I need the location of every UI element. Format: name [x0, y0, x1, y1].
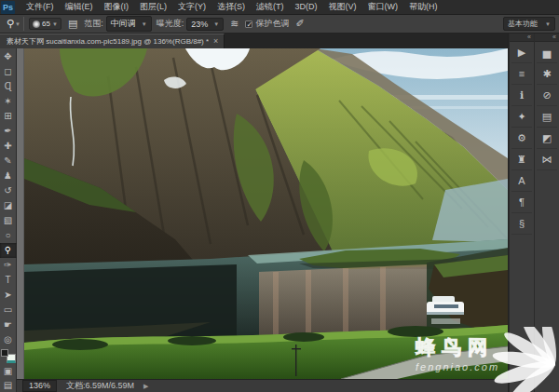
tool-options-bar: ⚲ ▼ 65 ▼ ▤ 范围: 中间调 ▼ 曝光度: 23% ▼ ≋ ✓ 保护色调 — [0, 15, 559, 34]
tool-zoom[interactable]: ◎ — [0, 332, 17, 347]
menu-文件[interactable]: 文件(F) — [20, 0, 60, 14]
menu-3D[interactable]: 3D(D) — [290, 0, 323, 14]
menu-滤镜[interactable]: 滤镜(T) — [251, 0, 290, 14]
dock-expand-button[interactable]: « — [535, 34, 559, 42]
close-icon[interactable]: × — [213, 37, 218, 46]
protect-tones-option[interactable]: ✓ 保护色调 — [245, 18, 289, 30]
airbrush-toggle-button[interactable]: ≋ — [228, 18, 240, 30]
tool-preset-picker[interactable]: ⚲ ▼ — [4, 17, 24, 31]
chevron-down-icon: ▼ — [15, 21, 20, 27]
tool-type[interactable]: T — [0, 273, 17, 288]
status-menu-arrow-icon[interactable]: ▶ — [143, 383, 148, 390]
panel-icon-actions[interactable]: ▶ — [511, 42, 532, 63]
panel-icon-paragraph[interactable]: ¶ — [511, 192, 532, 213]
photoshop-logo: Ps — [1, 1, 15, 14]
tool-healing-brush[interactable]: ✚ — [0, 139, 17, 154]
tool-move[interactable]: ✥ — [0, 49, 17, 64]
range-value: 中间调 — [111, 18, 136, 30]
tool-lasso[interactable]: Ɋ — [0, 79, 17, 94]
chevron-down-icon: ▼ — [545, 21, 551, 27]
dodge-tool-icon: ⚲ — [7, 18, 14, 30]
panel-icon-paragraph-styles[interactable]: § — [511, 213, 532, 235]
menu-图层[interactable]: 图层(L) — [134, 0, 172, 14]
chevron-down-icon: ▼ — [142, 21, 147, 27]
tool-eyedropper[interactable]: ✒ — [0, 124, 17, 139]
quick-mask-button[interactable]: ▣ — [0, 365, 17, 379]
menu-帮助[interactable]: 帮助(H) — [403, 0, 443, 14]
menu-选择[interactable]: 选择(S) — [211, 0, 251, 14]
document-tab-bar: 素材天下网 sucaitianxia.com-pic5189.jpg @ 136… — [0, 34, 508, 48]
document-canvas[interactable] — [24, 48, 508, 379]
tool-gradient[interactable]: ▧ — [0, 213, 17, 228]
tool-brush[interactable]: ✎ — [0, 154, 17, 169]
panel-icon-navigator[interactable]: ✱ — [537, 63, 557, 85]
workspace-value: 基本功能 — [508, 19, 538, 29]
menu-编辑[interactable]: 编辑(E) — [60, 0, 99, 14]
dock-column-2: « ▅✱⊘▤◩⋈ — [534, 34, 559, 392]
toggle-brush-panel-button[interactable]: ▤ — [66, 18, 79, 30]
panel-icon-character[interactable]: A — [511, 170, 532, 192]
protect-tones-checkbox[interactable]: ✓ — [245, 20, 252, 28]
color-swatches[interactable] — [1, 349, 16, 363]
tool-eraser[interactable]: ◪ — [0, 198, 17, 213]
menu-items: 文件(F)编辑(E)图像(I)图层(L)文字(Y)选择(S)滤镜(T)3D(D)… — [20, 0, 443, 14]
brush-preview-icon — [33, 20, 40, 28]
panel-icon-brush-settings[interactable]: ⚙ — [511, 128, 532, 149]
exposure-value: 23% — [191, 20, 208, 29]
chevron-down-icon: ▼ — [213, 21, 219, 27]
range-select[interactable]: 中间调 ▼ — [106, 16, 152, 32]
panel-icon-layers[interactable]: ▤ — [537, 106, 557, 128]
menu-文字[interactable]: 文字(Y) — [172, 0, 211, 14]
brush-preset-picker[interactable]: 65 ▼ — [29, 18, 61, 30]
range-label: 范围: — [84, 18, 103, 30]
document-size-info: 文档:6.59M/6.59M — [66, 380, 134, 392]
tool-dodge[interactable]: ⚲ — [0, 243, 17, 258]
document-tab[interactable]: 素材天下网 sucaitianxia.com-pic5189.jpg @ 136… — [0, 34, 225, 48]
tool-shape[interactable]: ▭ — [0, 303, 17, 318]
panel-icon-clone-source[interactable]: ♜ — [511, 149, 532, 170]
protect-tones-label: 保护色调 — [255, 18, 289, 30]
zoom-level-field[interactable]: 136% — [22, 380, 57, 392]
tool-clone-stamp[interactable]: ♟ — [0, 169, 17, 183]
tools-panel: ✥◻Ɋ✶⊞✒✚✎♟↺◪▧○⚲✑T➤▭☛◎ ▣ ▤ — [0, 48, 17, 392]
tool-quick-selection[interactable]: ✶ — [0, 94, 17, 109]
tool-hand[interactable]: ☛ — [0, 318, 17, 332]
tool-history-brush[interactable]: ↺ — [0, 183, 17, 198]
panel-icon-histogram[interactable]: ▅ — [537, 42, 557, 63]
exposure-input[interactable]: 23% ▼ — [186, 18, 224, 31]
menu-窗口[interactable]: 窗口(W) — [362, 0, 404, 14]
dock-column-1: « ▶≡ℹ✦⚙♜A¶§ — [509, 34, 534, 392]
panel-icon-channels[interactable]: ◩ — [537, 128, 557, 149]
tool-marquee[interactable]: ◻ — [0, 64, 17, 79]
screen-mode-button[interactable]: ▤ — [0, 378, 17, 392]
status-bar: 136% 文档:6.59M/6.59M ▶ — [17, 379, 508, 392]
foreground-color-swatch[interactable] — [1, 349, 8, 357]
panel-icon-paths[interactable]: ⋈ — [537, 149, 557, 170]
fjord-landscape-image — [24, 48, 508, 379]
tool-path-selection[interactable]: ➤ — [0, 288, 17, 303]
chevron-down-icon: ▼ — [52, 21, 58, 27]
dock-icons-2: ▅✱⊘▤◩⋈ — [537, 42, 557, 170]
dock-icons-1: ▶≡ℹ✦⚙♜A¶§ — [511, 42, 532, 235]
panel-icon-styles[interactable]: ✦ — [511, 106, 532, 128]
tool-pen[interactable]: ✑ — [0, 258, 17, 273]
exposure-label: 曝光度: — [157, 18, 184, 30]
tool-list: ✥◻Ɋ✶⊞✒✚✎♟↺◪▧○⚲✑T➤▭☛◎ — [0, 49, 17, 347]
tool-crop[interactable]: ⊞ — [0, 109, 17, 124]
pasteboard — [17, 48, 24, 379]
workspace-switcher[interactable]: 基本功能 ▼ — [503, 17, 555, 31]
menu-图像[interactable]: 图像(I) — [99, 0, 135, 14]
panel-icon-adjustments[interactable]: ≡ — [511, 63, 532, 85]
panel-dock: « ▶≡ℹ✦⚙♜A¶§ « ▅✱⊘▤◩⋈ — [508, 34, 559, 392]
dock-expand-button[interactable]: « — [510, 34, 534, 42]
panel-icon-info[interactable]: ℹ — [511, 85, 532, 106]
menu-视图[interactable]: 视图(V) — [323, 0, 362, 14]
photoshop-window: Ps 文件(F)编辑(E)图像(I)图层(L)文字(Y)选择(S)滤镜(T)3D… — [0, 0, 559, 392]
tool-blur[interactable]: ○ — [0, 228, 17, 243]
menu-bar: Ps 文件(F)编辑(E)图像(I)图层(L)文字(Y)选择(S)滤镜(T)3D… — [0, 0, 559, 15]
panel-icon-annotations[interactable]: ⊘ — [537, 85, 557, 106]
brush-size-value: 65 — [42, 20, 50, 28]
document-title: 素材天下网 sucaitianxia.com-pic5189.jpg @ 136… — [7, 36, 209, 47]
tablet-pressure-button[interactable]: ✐ — [293, 18, 306, 30]
